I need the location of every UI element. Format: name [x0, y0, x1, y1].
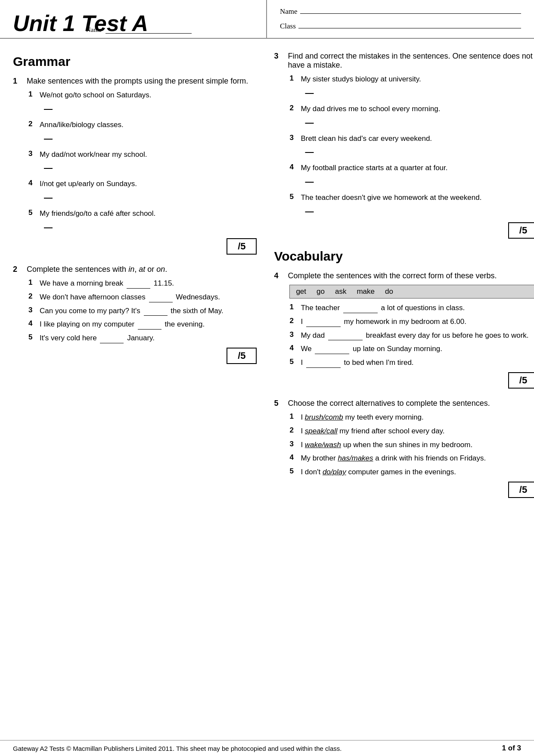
q4-sub5-num: 5 [289, 358, 297, 366]
q1-ans1: — [44, 104, 257, 114]
q4-text: Complete the sentences with the correct … [288, 271, 497, 280]
q1-sub2: 2 Anna/like/biology classes. [28, 120, 257, 130]
verb-get: get [296, 287, 306, 296]
question-4-block: 4 Complete the sentences with the correc… [274, 271, 534, 389]
right-column: 3 Find and correct the mistakes in the s… [274, 52, 534, 508]
q1-text: Make sentences with the prompts using th… [27, 77, 248, 86]
q2-sub1-text: We have a morning break 11.15. [40, 278, 174, 289]
q5-sub1: 1 I brush/comb my teeth every morning. [289, 412, 534, 423]
q1-sub5: 5 My friends/go/to a café after school. [28, 208, 257, 219]
q1-sub5-num: 5 [28, 208, 36, 217]
q4-sub3-text: My dad breakfast every day for us before… [301, 330, 528, 341]
q5-sub5-num: 5 [289, 467, 297, 476]
blank-2-3 [144, 315, 168, 316]
header-name-dots [300, 13, 521, 14]
q3-sub2: 2 My dad drives me to school every morni… [289, 104, 534, 114]
q5-score-box: /5 [508, 482, 534, 498]
q2-sub5-num: 5 [28, 333, 36, 342]
vocabulary-section: Vocabulary 4 Complete the sentences with… [274, 249, 534, 498]
q3-score-row: /5 [274, 222, 534, 239]
q3-sub5-text: The teacher doesn't give we homework at … [301, 193, 481, 203]
q5-number: 5 [274, 399, 283, 408]
q3-sub-questions: 1 My sister studys biology at university… [289, 74, 534, 216]
q2-sub1-num: 1 [28, 278, 36, 287]
q3-sub3-text: Brett clean his dad's car every weekend. [301, 134, 432, 144]
question-3-block: 3 Find and correct the mistakes in the s… [274, 52, 534, 239]
q3-sub4: 4 My football practice starts at a quart… [289, 163, 534, 173]
q1-ans4: — [44, 193, 257, 202]
q5-sub1-text: I brush/comb my teeth every morning. [301, 412, 423, 423]
q4-score-row: /5 [274, 372, 534, 389]
q5-sub2-num: 2 [289, 426, 297, 435]
q5-sub3-text: I wake/wash up when the sun shines in my… [301, 440, 472, 450]
q3-sub5: 5 The teacher doesn't give we homework a… [289, 193, 534, 203]
q5-sub2: 2 I speak/call my friend after school ev… [289, 426, 534, 436]
question-5-main: 5 Choose the correct alternatives to com… [274, 399, 534, 408]
header: Unit 1 Test A Name Name Class [0, 0, 534, 39]
q4-sub4-text: We up late on Sunday morning. [301, 344, 442, 354]
q1-sub3-num: 3 [28, 149, 36, 158]
q3-ans4: — [305, 177, 534, 187]
q2-sub3-num: 3 [28, 306, 36, 314]
q3-sub1-num: 1 [289, 74, 297, 83]
q3-sub3-num: 3 [289, 134, 297, 142]
q2-sub3: 3 Can you come to my party? It's the six… [28, 306, 257, 316]
q1-ans3: — [44, 163, 257, 173]
verb-do: do [385, 287, 393, 296]
name-line-small: Name [86, 26, 192, 34]
blank-2-2 [149, 302, 173, 302]
q4-number: 4 [274, 271, 283, 280]
q2-sub4-num: 4 [28, 319, 36, 328]
question-5-block: 5 Choose the correct alternatives to com… [274, 399, 534, 498]
q5-sub4-text: My brother has/makes a drink with his fr… [301, 453, 486, 464]
verb-box: get go ask make do [289, 285, 534, 299]
q5-sub-questions: 1 I brush/comb my teeth every morning. 2… [289, 412, 534, 477]
q5-sub4: 4 My brother has/makes a drink with his … [289, 453, 534, 464]
page-number: 1 of 3 [502, 744, 521, 752]
question-2-block: 2 Complete the sentences with in, at or … [13, 265, 257, 364]
q1-score-row: /5 [13, 238, 257, 255]
blank-4-4 [315, 354, 349, 354]
q4-sub3: 3 My dad breakfast every day for us befo… [289, 330, 534, 341]
q3-sub3: 3 Brett clean his dad's car every weeken… [289, 134, 534, 144]
q1-sub-questions: 1 We/not go/to school on Saturdays. — 2 … [28, 90, 257, 232]
q1-sub4-num: 4 [28, 179, 36, 187]
question-1-main: 1 Make sentences with the prompts using … [13, 77, 257, 86]
q5-sub3: 3 I wake/wash up when the sun shines in … [289, 440, 534, 450]
verb-ask: ask [335, 287, 346, 296]
q5-sub1-num: 1 [289, 412, 297, 421]
footer: Gateway A2 Tests © Macmillan Publishers … [0, 740, 534, 756]
q3-sub4-text: My football practice starts at a quarter… [301, 163, 447, 173]
q2-sub3-text: Can you come to my party? It's the sixth… [40, 306, 224, 316]
q3-sub5-num: 5 [289, 193, 297, 201]
q3-text: Find and correct the mistakes in the sen… [288, 52, 534, 70]
name-dots-small [106, 33, 192, 34]
q5-sub4-num: 4 [289, 453, 297, 462]
question-4-main: 4 Complete the sentences with the correc… [274, 271, 534, 280]
q1-sub5-text: My friends/go/to a café after school. [40, 208, 155, 219]
q5-sub5-text: I don't do/play computer games in the ev… [301, 467, 456, 477]
footer-page: 1 of 3 [502, 744, 521, 753]
q5-sub3-num: 3 [289, 440, 297, 448]
q3-ans5: — [305, 206, 534, 216]
q2-sub4-text: I like playing on my computer the evenin… [40, 319, 205, 330]
header-name-field: Name [280, 7, 521, 16]
q5-sub2-text: I speak/call my friend after school ever… [301, 426, 444, 436]
q4-sub5: 5 I to bed when I'm tired. [289, 358, 534, 368]
q5-score-row: /5 [274, 482, 534, 498]
q4-sub5-text: I to bed when I'm tired. [301, 358, 413, 368]
q3-ans2: — [305, 118, 534, 128]
q2-text: Complete the sentences with in, at or on… [27, 265, 167, 274]
q5-text: Choose the correct alternatives to compl… [288, 399, 490, 408]
q4-sub1-text: The teacher a lot of questions in class. [301, 303, 465, 313]
q1-sub3: 3 My dad/not work/near my school. [28, 149, 257, 160]
q2-sub4: 4 I like playing on my computer the even… [28, 319, 257, 330]
q4-sub2-text: I my homework in my bedroom at 6.00. [301, 317, 466, 327]
header-class-dots [298, 28, 521, 28]
q1-ans2: — [44, 134, 257, 143]
blank-2-5 [100, 343, 124, 343]
blank-4-5 [306, 367, 341, 368]
q2-sub1: 1 We have a morning break 11.15. [28, 278, 257, 289]
q1-sub1: 1 We/not go/to school on Saturdays. [28, 90, 257, 100]
q3-ans3: — [305, 147, 534, 157]
